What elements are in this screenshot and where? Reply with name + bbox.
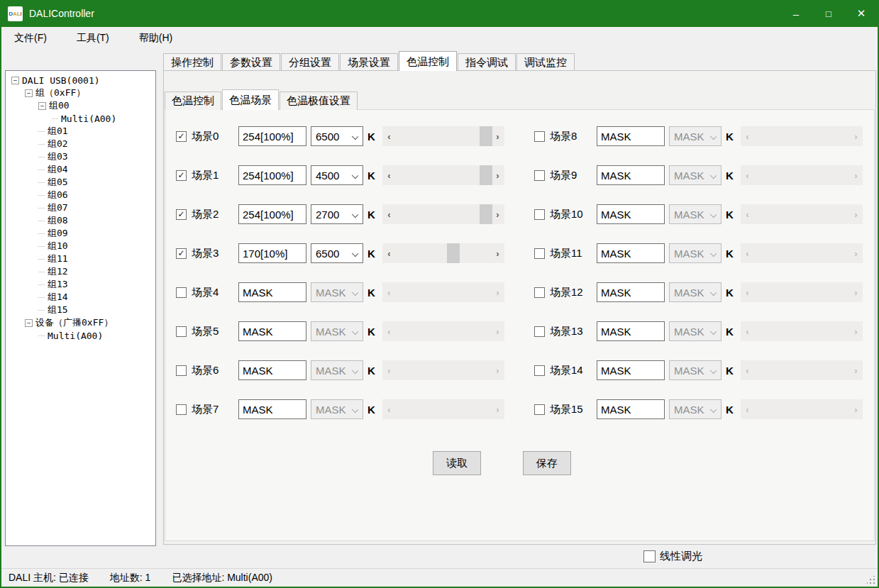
scene-checkbox-9[interactable] [534, 170, 545, 181]
tree-item[interactable]: Multi(A00) [6, 329, 155, 342]
save-button[interactable]: 保存 [523, 451, 571, 475]
scrollbar-thumb[interactable] [480, 165, 492, 185]
minimize-button[interactable]: – [780, 0, 812, 27]
scene-level-input-3[interactable] [238, 243, 306, 263]
close-button[interactable]: ✕ [845, 0, 878, 27]
tab-main-5[interactable]: 指令调试 [458, 53, 516, 71]
scroll-right-arrow-icon[interactable]: › [492, 126, 504, 146]
tree-item[interactable]: Multi(A00) [6, 112, 155, 125]
scene-temp-scrollbar-3[interactable]: ‹› [382, 243, 504, 263]
scene-temp-dropdown-1[interactable]: 4500 [311, 165, 363, 185]
tree-item[interactable]: 组15 [6, 304, 155, 316]
maximize-button[interactable]: □ [812, 0, 845, 27]
scene-temp-scrollbar-0[interactable]: ‹› [382, 126, 504, 146]
scene-temp-dropdown-8[interactable]: MASK [669, 126, 722, 146]
scene-checkbox-8[interactable] [534, 131, 545, 142]
scene-temp-scrollbar-1[interactable]: ‹› [382, 165, 504, 185]
scene-level-input-14[interactable] [597, 360, 665, 380]
tab-main-0[interactable]: 操作控制 [163, 53, 221, 71]
scene-checkbox-6[interactable] [176, 365, 187, 376]
scene-checkbox-12[interactable] [534, 287, 545, 298]
scroll-left-arrow-icon[interactable]: ‹ [383, 243, 395, 263]
tree-item[interactable]: 组02 [6, 138, 155, 150]
scene-temp-dropdown-11[interactable]: MASK [669, 243, 722, 263]
scene-checkbox-7[interactable] [176, 404, 187, 415]
tree-collapse-icon[interactable]: − [11, 77, 19, 84]
scene-temp-dropdown-5[interactable]: MASK [311, 321, 363, 341]
scroll-right-arrow-icon[interactable]: › [492, 204, 504, 224]
scene-level-input-2[interactable] [238, 204, 306, 224]
scene-checkbox-14[interactable] [534, 365, 545, 376]
scene-level-input-12[interactable] [597, 282, 665, 302]
scene-temp-dropdown-14[interactable]: MASK [669, 360, 722, 380]
scene-temp-dropdown-15[interactable]: MASK [669, 399, 722, 419]
scene-temp-dropdown-10[interactable]: MASK [669, 204, 722, 224]
tab-sub-0[interactable]: 色温控制 [165, 91, 221, 110]
tree-collapse-icon[interactable]: − [38, 102, 46, 110]
tab-main-4[interactable]: 色温控制 [399, 51, 457, 71]
menu-item-1[interactable]: 工具(T) [70, 29, 116, 48]
tree-item[interactable]: −设备（广播0xFF） [6, 316, 155, 329]
scroll-right-arrow-icon[interactable]: › [492, 243, 504, 263]
scene-checkbox-11[interactable] [534, 248, 545, 259]
tree-item[interactable]: 组08 [6, 214, 155, 227]
scrollbar-thumb[interactable] [480, 204, 492, 224]
scene-temp-dropdown-7[interactable]: MASK [311, 399, 363, 419]
tree-item[interactable]: −DALI USB(0001) [6, 74, 155, 87]
scene-checkbox-1[interactable]: ✓ [176, 170, 187, 181]
scroll-left-arrow-icon[interactable]: ‹ [383, 204, 395, 224]
scene-level-input-7[interactable] [238, 399, 306, 419]
scene-checkbox-5[interactable] [176, 326, 187, 337]
scene-level-input-13[interactable] [597, 321, 665, 341]
tab-main-2[interactable]: 分组设置 [281, 53, 339, 71]
scene-level-input-15[interactable] [597, 399, 665, 419]
scene-checkbox-13[interactable] [534, 326, 545, 337]
scrollbar-thumb[interactable] [447, 243, 460, 263]
scene-temp-scrollbar-2[interactable]: ‹› [382, 204, 504, 224]
tab-sub-1[interactable]: 色温场景 [222, 89, 279, 110]
scroll-right-arrow-icon[interactable]: › [492, 165, 504, 185]
scene-checkbox-2[interactable]: ✓ [176, 209, 187, 220]
tree-item[interactable]: 组04 [6, 163, 155, 176]
scene-temp-dropdown-2[interactable]: 2700 [311, 204, 363, 224]
tree-item[interactable]: 组03 [6, 150, 155, 163]
tree-collapse-icon[interactable]: − [25, 319, 33, 327]
scene-level-input-11[interactable] [597, 243, 665, 263]
tree-item[interactable]: 组10 [6, 240, 155, 253]
scene-checkbox-0[interactable]: ✓ [176, 131, 187, 142]
scene-checkbox-4[interactable] [176, 287, 187, 298]
scene-temp-dropdown-9[interactable]: MASK [669, 165, 722, 185]
scene-temp-dropdown-4[interactable]: MASK [311, 282, 363, 302]
scroll-left-arrow-icon[interactable]: ‹ [383, 165, 395, 185]
resize-grip-icon[interactable] [867, 576, 875, 584]
scene-level-input-9[interactable] [597, 165, 665, 185]
scene-level-input-5[interactable] [238, 321, 306, 341]
tree-item[interactable]: 组12 [6, 265, 155, 278]
scene-level-input-1[interactable] [238, 165, 306, 185]
scene-temp-dropdown-6[interactable]: MASK [311, 360, 363, 380]
scene-level-input-0[interactable] [238, 126, 306, 146]
scene-level-input-4[interactable] [238, 282, 306, 302]
scroll-left-arrow-icon[interactable]: ‹ [383, 126, 395, 146]
scrollbar-thumb[interactable] [480, 126, 492, 146]
scene-level-input-8[interactable] [597, 126, 665, 146]
scene-temp-dropdown-3[interactable]: 6500 [311, 243, 363, 263]
tree-item[interactable]: 组11 [6, 253, 155, 265]
tree-item[interactable]: 组13 [6, 278, 155, 291]
read-button[interactable]: 读取 [433, 451, 481, 475]
scene-checkbox-15[interactable] [534, 404, 545, 415]
menu-item-0[interactable]: 文件(F) [7, 29, 54, 48]
tree-item[interactable]: 组05 [6, 176, 155, 189]
tree-item[interactable]: −组（0xFF） [6, 87, 155, 99]
tree-item[interactable]: 组06 [6, 189, 155, 201]
tree-collapse-icon[interactable]: − [25, 89, 33, 97]
tree-item[interactable]: 组14 [6, 291, 155, 304]
linear-dimming-checkbox[interactable] [643, 550, 656, 562]
scene-temp-dropdown-0[interactable]: 6500 [311, 126, 363, 146]
scene-checkbox-3[interactable]: ✓ [176, 248, 187, 259]
scene-temp-dropdown-12[interactable]: MASK [669, 282, 722, 302]
tree-item[interactable]: 组09 [6, 227, 155, 240]
tab-main-6[interactable]: 调试监控 [516, 53, 575, 71]
tab-sub-2[interactable]: 色温极值设置 [280, 91, 358, 110]
scene-checkbox-10[interactable] [534, 209, 545, 220]
